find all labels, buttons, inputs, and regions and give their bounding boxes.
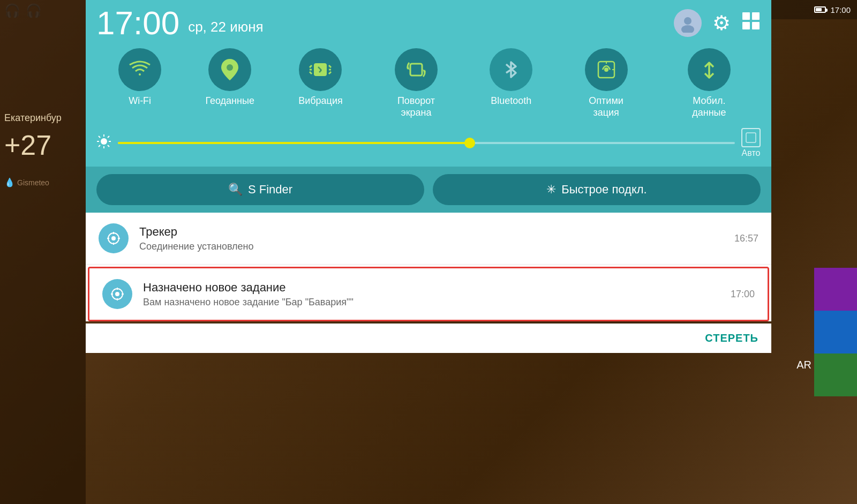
optimization-label: Оптими зация <box>577 95 636 118</box>
svg-rect-32 <box>746 133 756 142</box>
newtask-time: 17:00 <box>731 289 755 300</box>
newtask-body: Вам назначено новое задание "Бар "Бавари… <box>143 297 720 308</box>
svg-line-31 <box>99 145 100 147</box>
svg-point-20 <box>604 67 608 72</box>
svg-point-0 <box>684 17 691 25</box>
gismeteo-icon: 💧 <box>4 177 15 187</box>
toggle-geodata[interactable]: Геоданные <box>205 48 254 118</box>
notifications-list: Трекер Соединение установлено 16:57 Назн… <box>86 213 771 321</box>
auto-icon <box>741 128 761 147</box>
svg-line-29 <box>108 145 109 147</box>
svg-line-13 <box>329 72 331 74</box>
toggle-vibration[interactable]: Вибрация <box>298 48 343 118</box>
color-block-blue <box>814 311 857 353</box>
vibration-label: Вибрация <box>298 95 343 107</box>
svg-rect-5 <box>752 22 760 29</box>
brightness-auto[interactable]: Авто <box>741 128 761 158</box>
brightness-icon <box>96 134 111 153</box>
mobiledata-circle <box>688 48 731 91</box>
newtask-content: Назначено новое задание Вам назначено но… <box>143 281 720 308</box>
quickconnect-icon: ✳ <box>546 183 556 197</box>
svg-point-34 <box>111 236 116 240</box>
color-block-green <box>814 353 857 396</box>
svg-rect-2 <box>742 12 750 20</box>
svg-point-6 <box>227 64 233 71</box>
qs-header: 17:00 ср, 22 июня ⚙ <box>96 6 761 40</box>
tracker-content: Трекер Соединение установлено <box>139 225 724 252</box>
brightness-row: Авто <box>96 128 761 158</box>
quickconnect-button[interactable]: ✳ Быстрое подкл. <box>433 174 761 205</box>
qs-header-right: ⚙ <box>674 9 761 37</box>
notification-newtask[interactable]: Назначено новое задание Вам назначено но… <box>88 267 769 321</box>
brightness-thumb <box>464 138 475 148</box>
qs-time-date: 17:00 ср, 22 июня <box>96 6 264 40</box>
toggle-wifi[interactable]: Wi-Fi <box>118 48 161 118</box>
wifi-circle <box>118 48 161 91</box>
vibration-circle <box>299 48 342 91</box>
toggle-optimization[interactable]: Оптими зация <box>577 48 636 118</box>
brightness-slider[interactable] <box>118 142 735 144</box>
status-time: 17:00 <box>830 5 851 14</box>
clear-button[interactable]: СТЕРЕТЬ <box>705 332 758 344</box>
qs-date: ср, 22 июня <box>188 19 264 35</box>
rotation-circle <box>395 48 438 91</box>
svg-rect-16 <box>410 64 422 76</box>
city-name: Екатеринбур <box>4 112 62 124</box>
geodata-label: Геоданные <box>205 95 254 107</box>
color-block-purple <box>814 268 857 311</box>
left-widget: Екатеринбур +27 💧 Gismeteo <box>0 0 86 504</box>
svg-rect-4 <box>742 22 750 29</box>
sfinder-button[interactable]: 🔍 S Finder <box>96 174 424 205</box>
tracker-body: Соединение установлено <box>139 241 724 252</box>
battery-icon <box>814 6 826 13</box>
grid-icon[interactable] <box>741 11 761 35</box>
toggle-rotation[interactable]: Поворот экрана <box>387 48 446 118</box>
tracker-time: 16:57 <box>734 233 758 244</box>
toggle-mobiledata[interactable]: Мобил. данные <box>680 48 739 118</box>
bluetooth-label: Bluetooth <box>491 95 531 107</box>
sfinder-label: S Finder <box>248 183 292 197</box>
tracker-app-icon <box>99 223 129 253</box>
sfinder-icon: 🔍 <box>228 183 243 197</box>
settings-icon[interactable]: ⚙ <box>712 11 731 35</box>
wifi-label: Wi-Fi <box>129 95 151 107</box>
qs-toggles: Wi-Fi Геоданные <box>96 48 761 118</box>
brightness-fill <box>118 142 470 144</box>
notification-panel: 17:00 ср, 22 июня ⚙ <box>86 0 771 353</box>
mobiledata-label: Мобил. данные <box>680 95 739 118</box>
svg-line-11 <box>329 65 331 67</box>
svg-line-10 <box>310 72 312 74</box>
notif-footer: СТЕРЕТЬ <box>86 324 771 353</box>
toggle-bluetooth[interactable]: Bluetooth <box>490 48 532 118</box>
quickconnect-label: Быстрое подкл. <box>561 183 646 197</box>
svg-rect-3 <box>752 12 760 20</box>
user-avatar[interactable] <box>674 9 702 37</box>
rotation-label: Поворот экрана <box>387 95 446 118</box>
svg-point-23 <box>101 138 107 145</box>
right-color-blocks <box>814 268 857 396</box>
auto-label: Авто <box>742 148 761 158</box>
svg-point-40 <box>115 292 119 296</box>
geodata-circle <box>208 48 251 91</box>
newtask-title: Назначено новое задание <box>143 281 720 295</box>
temperature: +27 <box>4 129 51 161</box>
svg-line-28 <box>99 136 100 138</box>
qs-time: 17:00 <box>96 6 179 40</box>
gismeteo-label: 💧 Gismeteo <box>4 177 49 187</box>
newtask-app-icon <box>102 279 132 309</box>
svg-line-8 <box>310 65 312 67</box>
quick-settings: 17:00 ср, 22 июня ⚙ <box>86 0 771 167</box>
svg-line-30 <box>108 136 109 138</box>
svg-point-1 <box>681 25 694 33</box>
tracker-title: Трекер <box>139 225 724 239</box>
notification-tracker[interactable]: Трекер Соединение установлено 16:57 <box>86 213 771 265</box>
optimization-circle <box>585 48 628 91</box>
ar-label: AR <box>796 359 811 371</box>
qs-buttons: 🔍 S Finder ✳ Быстрое подкл. <box>86 167 771 213</box>
bluetooth-circle <box>490 48 532 91</box>
